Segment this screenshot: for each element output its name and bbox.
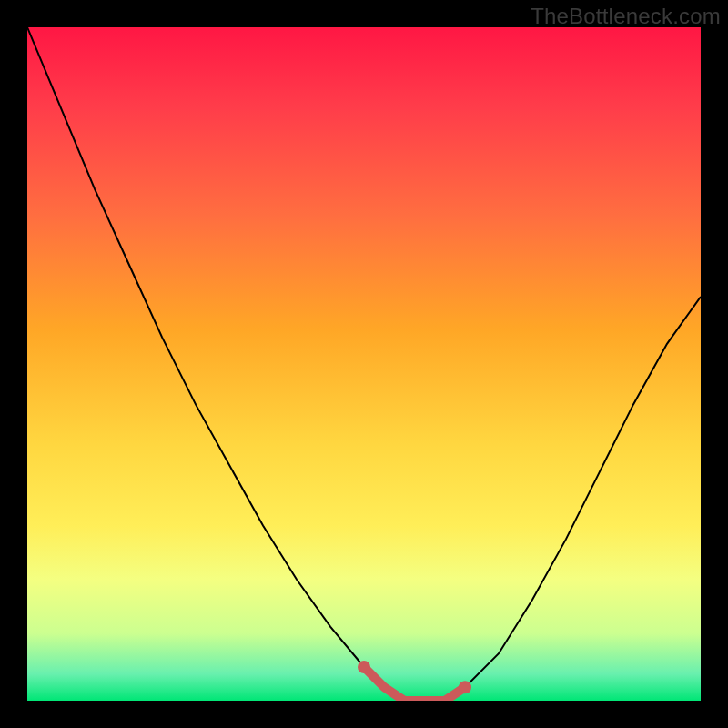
optimal-zone-end-marker xyxy=(358,661,370,673)
optimal-zone-band xyxy=(364,667,465,701)
chart-frame: TheBottleneck.com xyxy=(0,0,728,728)
watermark-text: TheBottleneck.com xyxy=(531,4,721,29)
bottleneck-curve-line xyxy=(27,27,701,701)
chart-plot-area xyxy=(27,27,701,701)
bottleneck-curve-svg xyxy=(27,27,701,701)
optimal-zone-end-marker xyxy=(459,681,471,693)
